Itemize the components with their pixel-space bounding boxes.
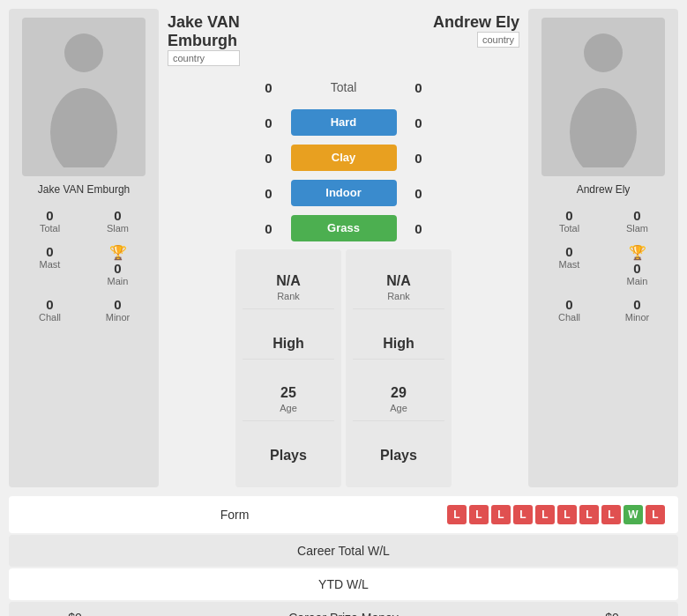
left-name-block: Jake VANEmburgh country <box>168 13 240 66</box>
total-score-row: 0 Total 0 <box>260 71 428 104</box>
right-stat-slam: 0 Slam <box>605 204 669 237</box>
form-badge-l: L <box>535 505 555 524</box>
form-badge-w: W <box>624 505 643 524</box>
right-trophy-icon-cell: 🏆 0 Main <box>605 241 669 290</box>
left-rank-item: N/A Rank <box>243 266 334 309</box>
svg-point-1 <box>50 88 117 167</box>
left-country-flag: country <box>168 50 240 66</box>
right-stat-total: 0 Total <box>537 204 601 237</box>
right-detail-panel: N/A Rank High 29 Age Plays <box>346 249 452 487</box>
left-trophy-icon-cell: 🏆 0 Main <box>86 241 150 290</box>
left-stat-mast: 0 Mast <box>18 241 82 290</box>
right-player-name-below: Andrew Ely <box>577 183 631 196</box>
form-badge-l: L <box>557 505 577 524</box>
form-badge-l: L <box>513 505 533 524</box>
right-player-name: Andrew Ely <box>433 13 519 32</box>
right-country-flag: country <box>477 32 519 48</box>
right-high-item: High <box>353 329 444 360</box>
left-stat-minor: 0 Minor <box>86 293 150 326</box>
career-total-wl-row: Career Total W/L <box>9 535 678 567</box>
left-stats-grid: 0 Total 0 Slam 0 Mast 🏆 0 Main 0 <box>18 204 150 326</box>
left-player-photo <box>22 18 146 176</box>
right-plays-item: Plays <box>353 441 444 471</box>
hard-score-row: 0 Hard 0 <box>260 106 428 139</box>
right-player-photo <box>541 18 665 176</box>
form-badge-l: L <box>491 505 511 524</box>
left-plays-item: Plays <box>243 441 334 471</box>
left-player-name-below: Jake VAN Emburgh <box>38 183 131 196</box>
left-age-item: 25 Age <box>243 378 334 421</box>
right-name-block: Andrew Ely country <box>433 13 519 66</box>
grass-score-row: 0 Grass 0 <box>260 212 428 245</box>
right-rank-item: N/A Rank <box>353 266 444 309</box>
right-age-item: 29 Age <box>353 378 444 421</box>
form-badge-l: L <box>447 505 467 524</box>
svg-point-3 <box>570 88 637 167</box>
comparison-section: Jake VAN Emburgh 0 Total 0 Slam 0 Mast 🏆… <box>0 0 687 496</box>
clay-score-row: 0 Clay 0 <box>260 141 428 174</box>
indoor-surface-btn: Indoor <box>291 180 397 206</box>
clay-surface-btn: Clay <box>291 145 397 171</box>
left-high-item: High <box>243 329 334 360</box>
left-player-panel: Jake VAN Emburgh 0 Total 0 Slam 0 Mast 🏆… <box>9 9 159 487</box>
left-trophy-icon: 🏆 <box>109 244 127 261</box>
right-stat-chall: 0 Chall <box>537 293 601 326</box>
detail-panels-row: N/A Rank High 25 Age Plays <box>159 249 528 487</box>
left-player-name: Jake VANEmburgh <box>168 13 240 50</box>
middle-content: Jake VANEmburgh country Andrew Ely count… <box>159 9 528 487</box>
names-row: Jake VANEmburgh country Andrew Ely count… <box>159 9 528 66</box>
left-stat-chall: 0 Chall <box>18 293 82 326</box>
right-trophy-icon: 🏆 <box>629 244 646 261</box>
indoor-score-row: 0 Indoor 0 <box>260 176 428 210</box>
left-stat-total: 0 Total <box>18 204 82 237</box>
bottom-section: Form LLLLLLLLWL Career Total W/L YTD W/L… <box>0 496 687 616</box>
main-container: Jake VAN Emburgh 0 Total 0 Slam 0 Mast 🏆… <box>0 0 687 616</box>
form-badge-l: L <box>646 505 665 524</box>
form-row: Form LLLLLLLLWL <box>9 496 678 533</box>
right-stat-mast: 0 Mast <box>537 241 601 290</box>
svg-point-0 <box>64 33 103 72</box>
hard-surface-btn: Hard <box>291 109 397 136</box>
grass-surface-btn: Grass <box>291 215 397 241</box>
form-badges: LLLLLLLLWL <box>447 505 665 524</box>
scores-center: 0 Total 0 0 Hard 0 0 Clay 0 <box>159 71 528 245</box>
form-badge-l: L <box>601 505 621 524</box>
left-detail-panel: N/A Rank High 25 Age Plays <box>235 249 341 487</box>
form-badge-l: L <box>579 505 599 524</box>
form-badge-l: L <box>469 505 489 524</box>
left-stat-slam: 0 Slam <box>86 204 150 237</box>
right-player-panel: Andrew Ely 0 Total 0 Slam 0 Mast 🏆 0 Ma <box>528 9 678 487</box>
right-stats-grid: 0 Total 0 Slam 0 Mast 🏆 0 Main 0 <box>537 204 669 326</box>
svg-point-2 <box>584 33 623 72</box>
career-prize-row: $0 Career Prize Money $0 <box>9 602 678 616</box>
ytd-wl-row: YTD W/L <box>9 568 678 600</box>
right-stat-minor: 0 Minor <box>605 293 669 326</box>
